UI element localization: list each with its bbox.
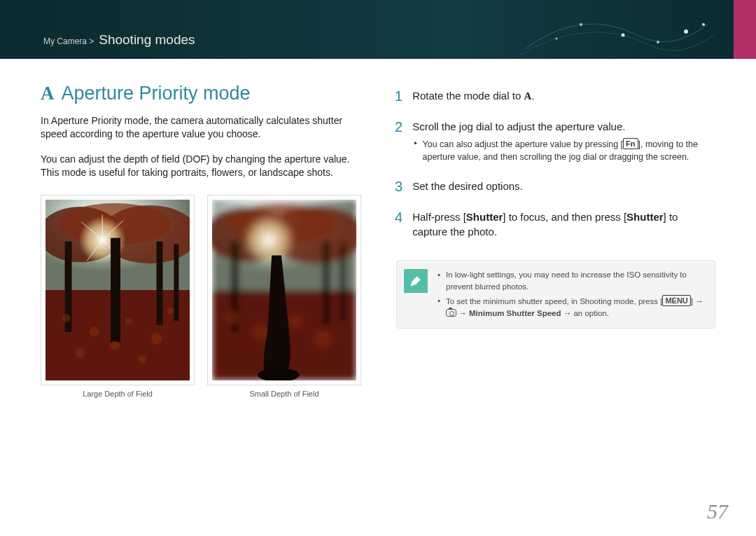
accent-bar (734, 0, 756, 59)
step-number: 2 (395, 119, 402, 163)
note-pencil-icon (404, 269, 428, 293)
intro-para-1: In Aperture Priority mode, the camera au… (41, 114, 363, 142)
example-large-dof: Large Depth of Field (41, 195, 195, 398)
svg-rect-38 (340, 245, 345, 321)
svg-rect-19 (111, 238, 120, 343)
decorative-swirl (518, 0, 714, 59)
svg-point-26 (75, 348, 85, 358)
right-column: 1 Rotate the mode dial to A. 2 Scroll th… (395, 83, 715, 398)
menu-button-icon: MENU (662, 295, 690, 306)
svg-point-3 (684, 29, 688, 34)
svg-point-35 (242, 214, 295, 266)
step-body: Scroll the jog dial to adjust the apertu… (412, 119, 715, 163)
step-body: Half-press [Shutter] to focus, and then … (412, 209, 715, 239)
title-prefix-a: A (41, 83, 55, 104)
image-frame (41, 195, 195, 385)
svg-point-40 (253, 324, 268, 340)
fn-button-icon: Fn (623, 138, 638, 149)
note-item: • To set the minimum shutter speed, in S… (438, 295, 705, 319)
title-text: Aperture Priority mode (62, 83, 251, 104)
svg-rect-20 (157, 242, 163, 325)
page-header: My Camera > Shooting modes (0, 0, 756, 59)
image-caption: Small Depth of Field (207, 390, 361, 398)
camera-icon (446, 309, 456, 317)
step-number: 3 (395, 179, 402, 194)
svg-rect-21 (174, 245, 178, 321)
svg-point-29 (110, 341, 120, 351)
step-number: 4 (395, 209, 402, 239)
step-3: 3 Set the desired options. (395, 179, 715, 194)
left-column: A Aperture Priority mode In Aperture Pri… (41, 83, 363, 398)
step-body: Set the desired options. (412, 179, 715, 194)
breadcrumb-current: Shooting modes (99, 32, 195, 47)
svg-point-41 (289, 315, 302, 328)
mode-a-icon: A (524, 89, 531, 104)
example-images-row: Large Depth of Field (41, 195, 363, 398)
sub-bullet: • You can also adjust the aperture value… (414, 138, 715, 163)
svg-point-24 (125, 318, 132, 325)
note-item: • In low-light settings, you may need to… (438, 269, 705, 292)
svg-point-1 (622, 34, 625, 37)
svg-point-4 (556, 38, 558, 40)
svg-point-2 (657, 41, 659, 43)
step-number: 1 (395, 88, 402, 104)
intro-para-2: You can adjust the depth of field (DOF) … (41, 153, 363, 180)
svg-point-23 (89, 327, 99, 337)
breadcrumb-prefix: My Camera > (43, 36, 94, 46)
step-2: 2 Scroll the jog dial to adjust the aper… (395, 119, 715, 163)
step-1: 1 Rotate the mode dial to A. (395, 88, 715, 104)
svg-point-25 (151, 334, 162, 345)
page-content: A Aperture Priority mode In Aperture Pri… (0, 59, 756, 398)
svg-point-28 (167, 308, 174, 315)
image-caption: Large Depth of Field (41, 390, 195, 398)
svg-point-5 (702, 23, 705, 26)
step-body: Rotate the mode dial to A. (412, 88, 715, 104)
page-number: 57 (707, 500, 728, 523)
svg-point-42 (315, 331, 332, 348)
example-small-dof: Small Depth of Field (207, 195, 361, 398)
svg-point-39 (226, 311, 240, 325)
step-4: 4 Half-press [Shutter] to focus, and the… (395, 209, 715, 239)
section-title: A Aperture Priority mode (41, 83, 363, 104)
image-frame (207, 195, 361, 385)
breadcrumb: My Camera > Shooting modes (43, 32, 195, 48)
svg-point-27 (139, 356, 147, 364)
note-list: • In low-light settings, you may need to… (438, 269, 705, 319)
svg-rect-37 (323, 242, 330, 325)
svg-point-22 (62, 314, 71, 322)
note-box: • In low-light settings, you may need to… (396, 260, 715, 329)
svg-point-0 (580, 23, 582, 26)
